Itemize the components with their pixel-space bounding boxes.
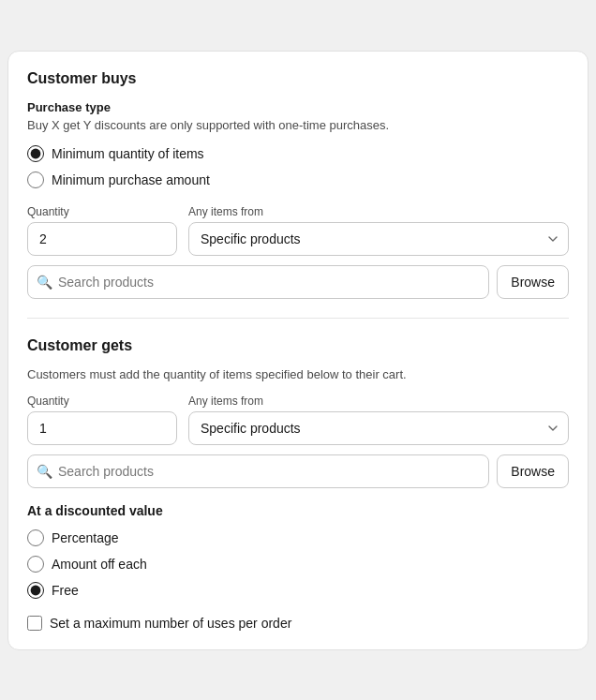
customer-gets-title: Customer gets	[27, 337, 569, 354]
gets-search-row: 🔍 Browse	[27, 454, 569, 488]
radio-min-quantity-input[interactable]	[27, 145, 44, 162]
max-uses-row: Set a maximum number of uses per order	[27, 616, 569, 631]
purchase-type-radio-group: Minimum quantity of items Minimum purcha…	[27, 145, 569, 188]
customer-buys-section: Customer buys Purchase type Buy X get Y …	[27, 70, 569, 299]
radio-min-quantity-label: Minimum quantity of items	[52, 146, 204, 161]
gets-items-from-label: Any items from	[188, 395, 569, 408]
radio-free[interactable]: Free	[27, 582, 569, 599]
radio-min-quantity[interactable]: Minimum quantity of items	[27, 145, 569, 162]
gets-quantity-label: Quantity	[27, 395, 177, 408]
radio-percentage-input[interactable]	[27, 529, 44, 546]
divider-1	[27, 318, 569, 319]
radio-free-label: Free	[52, 583, 79, 598]
main-card: Customer buys Purchase type Buy X get Y …	[7, 51, 589, 650]
buys-items-from-group: Any items from Specific products Specifi…	[188, 205, 569, 256]
buys-quantity-group: Quantity	[27, 205, 177, 256]
radio-amount-off-label: Amount off each	[52, 557, 147, 572]
gets-items-from-group: Any items from Specific products Specifi…	[188, 395, 569, 445]
radio-min-amount-label: Minimum purchase amount	[52, 172, 210, 187]
gets-items-from-select[interactable]: Specific products Specific collections	[188, 411, 569, 445]
customer-buys-title: Customer buys	[27, 70, 569, 87]
buys-search-row: 🔍 Browse	[27, 265, 569, 299]
buys-quantity-input[interactable]	[27, 222, 177, 256]
gets-search-input[interactable]	[27, 454, 489, 488]
discounted-value-section: At a discounted value Percentage Amount …	[27, 503, 569, 599]
buys-form-row: Quantity Any items from Specific product…	[27, 205, 569, 256]
buys-quantity-label: Quantity	[27, 205, 177, 218]
customers-must-text: Customers must add the quantity of items…	[27, 367, 569, 381]
gets-form-row: Quantity Any items from Specific product…	[27, 395, 569, 445]
customer-gets-section: Customer gets Customers must add the qua…	[27, 337, 569, 631]
gets-search-wrapper: 🔍	[27, 454, 489, 488]
discounted-value-radio-group: Percentage Amount off each Free	[27, 529, 569, 599]
purchase-type-label: Purchase type	[27, 100, 569, 114]
gets-quantity-input[interactable]	[27, 411, 177, 445]
discounted-value-title: At a discounted value	[27, 503, 569, 518]
max-uses-label: Set a maximum number of uses per order	[50, 616, 291, 631]
radio-percentage[interactable]: Percentage	[27, 529, 569, 546]
radio-min-amount[interactable]: Minimum purchase amount	[27, 171, 569, 188]
radio-min-amount-input[interactable]	[27, 171, 44, 188]
radio-amount-off[interactable]: Amount off each	[27, 556, 569, 573]
buys-browse-button[interactable]: Browse	[497, 265, 569, 299]
buys-search-wrapper: 🔍	[27, 265, 489, 299]
gets-quantity-group: Quantity	[27, 395, 177, 445]
buys-items-from-select[interactable]: Specific products Specific collections	[188, 222, 569, 256]
radio-free-input[interactable]	[27, 582, 44, 599]
radio-percentage-label: Percentage	[52, 530, 119, 545]
radio-amount-off-input[interactable]	[27, 556, 44, 573]
buys-search-input[interactable]	[27, 265, 489, 299]
buys-items-from-label: Any items from	[188, 205, 569, 218]
purchase-type-description: Buy X get Y discounts are only supported…	[27, 118, 569, 132]
gets-browse-button[interactable]: Browse	[497, 454, 569, 488]
max-uses-checkbox[interactable]	[27, 616, 42, 631]
